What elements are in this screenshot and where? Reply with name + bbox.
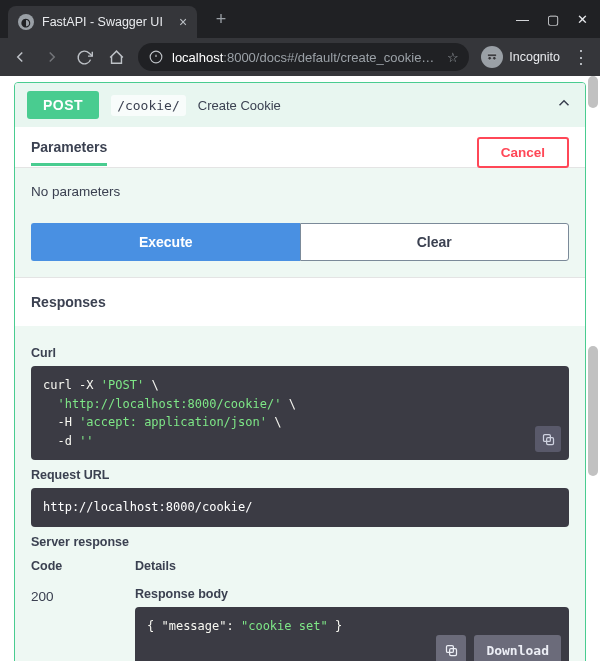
reload-icon[interactable] bbox=[74, 49, 94, 66]
operation-summary: Create Cookie bbox=[198, 98, 281, 113]
window-titlebar: ◐ FastAPI - Swagger UI × + — ▢ ✕ bbox=[0, 0, 600, 38]
clear-button[interactable]: Clear bbox=[300, 223, 570, 261]
http-method-badge: POST bbox=[27, 91, 99, 119]
no-parameters-text: No parameters bbox=[31, 184, 569, 199]
page-viewport: POST /cookie/ Create Cookie Parameters C… bbox=[0, 76, 600, 661]
parameters-tab[interactable]: Parameters bbox=[31, 139, 107, 166]
scrollbar-thumb[interactable] bbox=[588, 346, 598, 476]
operation-block: POST /cookie/ Create Cookie Parameters C… bbox=[14, 82, 586, 661]
browser-tab[interactable]: ◐ FastAPI - Swagger UI × bbox=[8, 6, 197, 38]
svg-point-3 bbox=[488, 56, 492, 60]
curl-label: Curl bbox=[31, 346, 569, 360]
response-table-header: Code Details bbox=[31, 559, 569, 577]
response-body-box: { "message": "cookie set" } Download bbox=[135, 607, 569, 661]
home-icon[interactable] bbox=[106, 49, 126, 66]
download-button[interactable]: Download bbox=[474, 635, 561, 661]
bookmark-star-icon[interactable]: ☆ bbox=[447, 50, 459, 65]
scrollbar-thumb-top[interactable] bbox=[588, 76, 598, 108]
close-tab-icon[interactable]: × bbox=[179, 14, 187, 30]
copy-response-button[interactable] bbox=[436, 635, 466, 661]
svg-point-4 bbox=[493, 56, 497, 60]
close-window-icon[interactable]: ✕ bbox=[577, 12, 588, 27]
request-url-box: http://localhost:8000/cookie/ bbox=[31, 488, 569, 527]
code-column-header: Code bbox=[31, 559, 87, 573]
svg-rect-5 bbox=[488, 54, 497, 56]
cancel-button[interactable]: Cancel bbox=[477, 137, 569, 168]
server-response-label: Server response bbox=[31, 535, 569, 549]
browser-menu-icon[interactable]: ⋮ bbox=[572, 48, 590, 66]
favicon-icon: ◐ bbox=[18, 14, 34, 30]
tab-title: FastAPI - Swagger UI bbox=[42, 15, 163, 29]
execute-button[interactable]: Execute bbox=[31, 223, 300, 261]
browser-toolbar: localhost:8000/docs#/default/create_cook… bbox=[0, 38, 600, 76]
details-column-header: Details bbox=[135, 559, 176, 573]
response-row: 200 Response body { "message": "cookie s… bbox=[31, 587, 569, 661]
responses-heading: Responses bbox=[15, 277, 585, 326]
forward-icon[interactable] bbox=[42, 48, 62, 66]
chevron-up-icon bbox=[555, 94, 573, 117]
curl-command-box: curl -X 'POST' \ 'http://localhost:8000/… bbox=[31, 366, 569, 460]
not-secure-icon bbox=[148, 49, 164, 65]
url-text: localhost:8000/docs#/default/create_cook… bbox=[172, 50, 439, 65]
new-tab-button[interactable]: + bbox=[209, 9, 233, 30]
copy-curl-button[interactable] bbox=[535, 426, 561, 452]
request-url-label: Request URL bbox=[31, 468, 569, 482]
minimize-icon[interactable]: — bbox=[516, 12, 529, 27]
incognito-icon bbox=[481, 46, 503, 68]
incognito-badge[interactable]: Incognito bbox=[481, 46, 560, 68]
address-bar[interactable]: localhost:8000/docs#/default/create_cook… bbox=[138, 43, 469, 71]
operation-path: /cookie/ bbox=[111, 95, 186, 116]
status-code: 200 bbox=[31, 587, 87, 661]
window-controls: — ▢ ✕ bbox=[516, 12, 600, 27]
back-icon[interactable] bbox=[10, 48, 30, 66]
operation-header[interactable]: POST /cookie/ Create Cookie bbox=[15, 83, 585, 127]
maximize-icon[interactable]: ▢ bbox=[547, 12, 559, 27]
incognito-label: Incognito bbox=[509, 50, 560, 64]
response-body-label: Response body bbox=[135, 587, 569, 601]
